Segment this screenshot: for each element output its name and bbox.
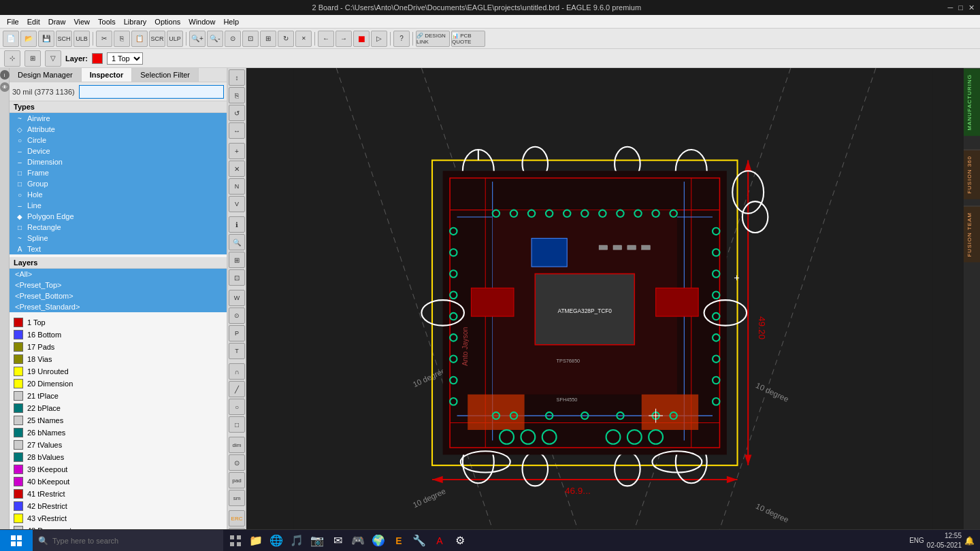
camera-btn[interactable]: 📷: [308, 530, 327, 552]
zoom-reset-btn[interactable]: ⊙: [225, 31, 241, 47]
menu-file[interactable]: File: [3, 18, 23, 26]
menu-draw[interactable]: Draw: [44, 18, 70, 26]
refresh-btn[interactable]: ↻: [278, 31, 294, 47]
type-circle[interactable]: ○ Circle: [10, 135, 227, 146]
rect-tool[interactable]: □: [229, 416, 245, 433]
help-btn[interactable]: ?: [393, 31, 410, 47]
paste-btn[interactable]: 📋: [131, 31, 148, 47]
layer-1-top[interactable]: 1 Top: [10, 316, 227, 329]
type-airwire[interactable]: ~ Airwire: [10, 113, 227, 124]
layer-43-vrestrict[interactable]: 43 vRestrict: [10, 512, 227, 524]
file-explorer-btn[interactable]: 📁: [246, 530, 265, 552]
zoom-fit-btn[interactable]: ⊡: [242, 31, 259, 47]
stop-btn[interactable]: ⏹: [353, 31, 370, 47]
type-attribute[interactable]: ◇ Attribute: [10, 124, 227, 135]
type-line[interactable]: – Line: [10, 200, 227, 211]
zoom-out-btn[interactable]: 🔍-: [207, 31, 223, 47]
menu-edit[interactable]: Edit: [23, 18, 44, 26]
menu-window[interactable]: Window: [184, 18, 219, 26]
arc-tool[interactable]: ∩: [229, 363, 245, 380]
menu-view[interactable]: View: [69, 18, 94, 26]
new-btn[interactable]: 📄: [3, 31, 19, 47]
search-input[interactable]: [52, 537, 218, 545]
menu-help[interactable]: Help: [219, 18, 243, 26]
preset-bottom[interactable]: <Preset_Bottom>: [10, 290, 227, 301]
fusion-team-tab[interactable]: FUSION TEAM: [964, 206, 980, 263]
game-btn[interactable]: 🎮: [348, 530, 368, 552]
type-device[interactable]: – Device: [10, 146, 227, 156]
layer-27-tvalues[interactable]: 27 tValues: [10, 439, 227, 451]
group-tool[interactable]: ⊞: [229, 252, 245, 268]
layer-28-bvalues[interactable]: 28 bValues: [10, 451, 227, 463]
run-btn[interactable]: ▷: [371, 31, 387, 47]
zoom-custom-btn[interactable]: ⊞: [260, 31, 276, 47]
manufacturing-tab[interactable]: MANUFACTURING: [964, 68, 980, 136]
notification-icon[interactable]: 🔔: [964, 536, 975, 546]
name-tool[interactable]: N: [229, 178, 245, 195]
script-btn[interactable]: SCR: [149, 31, 165, 47]
ulp-btn[interactable]: ULP: [167, 31, 183, 47]
eye-icon[interactable]: 👁: [0, 82, 10, 92]
layer-20-dimension[interactable]: 20 Dimension: [10, 378, 227, 390]
layer-21-tplace[interactable]: 21 tPlace: [10, 390, 227, 402]
redo-btn[interactable]: →: [336, 31, 352, 47]
line-tool[interactable]: ╱: [229, 381, 245, 397]
menu-tools[interactable]: Tools: [94, 18, 120, 26]
open-btn[interactable]: 📂: [20, 31, 37, 47]
info-tool[interactable]: ℹ: [229, 216, 245, 233]
drc-btn[interactable]: ✕: [295, 31, 312, 47]
wire-tool[interactable]: W: [229, 290, 245, 306]
type-polygon-edge[interactable]: ◆ Polygon Edge: [10, 211, 227, 222]
layer-18-vias[interactable]: 18 Vias: [10, 353, 227, 365]
mail-btn[interactable]: ✉: [328, 530, 347, 552]
preset-top[interactable]: <Preset_Top>: [10, 280, 227, 290]
brd-btn[interactable]: ULB: [74, 31, 90, 47]
type-hole[interactable]: ○ Hole: [10, 189, 227, 200]
via-tool[interactable]: ⊙: [229, 307, 245, 324]
text-tool[interactable]: T: [229, 343, 245, 359]
circle-tool[interactable]: ○: [229, 399, 245, 415]
delete-tool[interactable]: ✕: [229, 161, 245, 177]
copy-btn[interactable]: ⎘: [114, 31, 130, 47]
undo-btn[interactable]: ←: [318, 31, 334, 47]
type-group[interactable]: □ Group: [10, 178, 227, 189]
cut-btn[interactable]: ✂: [96, 31, 112, 47]
close-btn[interactable]: ✕: [968, 3, 975, 12]
cmd-input[interactable]: [79, 85, 224, 99]
move-tool[interactable]: ↕: [229, 69, 245, 86]
minimize-btn[interactable]: ─: [948, 3, 953, 12]
hole-tool[interactable]: ⊙: [229, 454, 245, 471]
pad-tool[interactable]: pad: [229, 472, 245, 488]
maximize-btn[interactable]: □: [958, 3, 963, 12]
spotify-btn[interactable]: 🎵: [287, 530, 306, 552]
menu-options[interactable]: Options: [150, 18, 184, 26]
layer-25-tnames[interactable]: 25 tNames: [10, 414, 227, 427]
grid-btn[interactable]: ⊞: [24, 50, 41, 67]
menu-library[interactable]: Library: [120, 18, 151, 26]
type-frame[interactable]: □ Frame: [10, 167, 227, 178]
polygon-tool[interactable]: P: [229, 325, 245, 341]
fusion360-tab[interactable]: FUSION 360: [964, 150, 980, 199]
add-tool[interactable]: +: [229, 143, 245, 159]
layer-48-document[interactable]: 48 Document: [10, 524, 227, 529]
preset-all[interactable]: <All>: [10, 269, 227, 280]
layer-40-bkeepout[interactable]: 40 bKeepout: [10, 475, 227, 488]
pcb-quote-btn[interactable]: 📊 PCB QUOTE: [451, 31, 485, 47]
type-text[interactable]: A Text: [10, 244, 227, 254]
layer-19-unrouted[interactable]: 19 Unrouted: [10, 365, 227, 378]
start-button[interactable]: [0, 530, 33, 552]
value-tool[interactable]: V: [229, 196, 245, 212]
arduino-btn[interactable]: 🔧: [410, 530, 429, 552]
smash-tool[interactable]: sm: [229, 490, 245, 506]
layer-22-bplace[interactable]: 22 bPlace: [10, 402, 227, 414]
design-link-btn[interactable]: 🔗 DESIGN LINK: [416, 31, 450, 47]
type-rectangle[interactable]: □ Rectangle: [10, 222, 227, 233]
eagle-btn[interactable]: E: [389, 530, 408, 552]
dimension-tool[interactable]: dim: [229, 437, 245, 453]
inspect-tool[interactable]: 🔍: [229, 234, 245, 250]
type-spline[interactable]: ~ Spline: [10, 233, 227, 244]
pcb-canvas-area[interactable]: 10 degree 10 degree 10 degree 10 degree …: [246, 68, 980, 529]
zoom-in-btn[interactable]: 🔍+: [189, 31, 206, 47]
layer-16-bottom[interactable]: 16 Bottom: [10, 329, 227, 341]
tab-design-manager[interactable]: Design Manager: [10, 68, 82, 82]
